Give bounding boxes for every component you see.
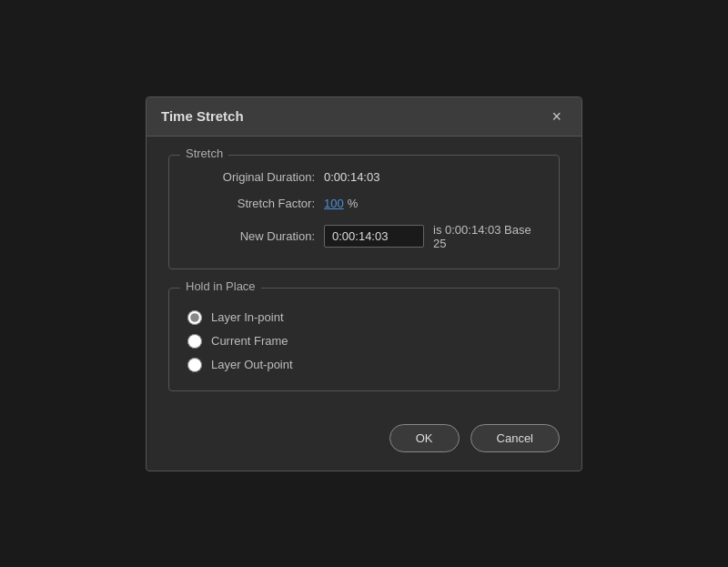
new-duration-suffix: is 0:00:14:03 Base 25 xyxy=(433,223,541,250)
stretch-section: Stretch Original Duration: 0:00:14:03 St… xyxy=(168,155,560,269)
hold-section-label: Hold in Place xyxy=(180,279,261,293)
radio-label-layer-in-point: Layer In-point xyxy=(211,310,284,324)
radio-label-layer-out-point: Layer Out-point xyxy=(211,358,293,371)
radio-item-layer-in-point[interactable]: Layer In-point xyxy=(187,310,541,325)
radio-item-current-frame[interactable]: Current Frame xyxy=(187,334,541,349)
new-duration-row: New Duration: is 0:00:14:03 Base 25 xyxy=(187,223,541,250)
new-duration-input[interactable] xyxy=(324,225,424,248)
time-stretch-dialog: Time Stretch × Stretch Original Duration… xyxy=(146,96,582,471)
radio-item-layer-out-point[interactable]: Layer Out-point xyxy=(187,358,541,372)
radio-current-frame[interactable] xyxy=(187,334,202,349)
original-duration-label: Original Duration: xyxy=(187,170,315,184)
cancel-button[interactable]: Cancel xyxy=(470,424,560,452)
stretch-factor-row: Stretch Factor: 100 % xyxy=(187,197,541,210)
dialog-body: Stretch Original Duration: 0:00:14:03 St… xyxy=(147,137,581,410)
ok-button[interactable]: OK xyxy=(389,424,460,452)
dialog-title: Time Stretch xyxy=(161,108,244,124)
original-duration-value: 0:00:14:03 xyxy=(324,170,379,184)
original-duration-row: Original Duration: 0:00:14:03 xyxy=(187,170,541,184)
radio-layer-in-point[interactable] xyxy=(187,310,202,325)
new-duration-label: New Duration: xyxy=(187,229,315,243)
dialog-footer: OK Cancel xyxy=(147,410,581,471)
radio-layer-out-point[interactable] xyxy=(187,358,202,372)
stretch-factor-label: Stretch Factor: xyxy=(187,197,315,210)
stretch-factor-unit: % xyxy=(348,197,359,210)
stretch-factor-value[interactable]: 100 xyxy=(324,197,344,210)
radio-label-current-frame: Current Frame xyxy=(211,334,288,348)
close-button[interactable]: × xyxy=(546,106,567,127)
radio-group: Layer In-point Current Frame Layer Out-p… xyxy=(187,310,541,372)
dialog-titlebar: Time Stretch × xyxy=(147,97,581,137)
stretch-section-label: Stretch xyxy=(180,147,228,160)
hold-in-place-section: Hold in Place Layer In-point Current Fra… xyxy=(168,288,560,391)
